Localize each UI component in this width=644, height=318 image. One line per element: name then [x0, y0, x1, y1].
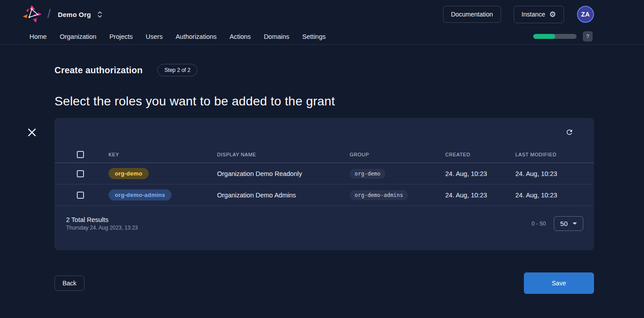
column-header-display-name: Display Name: [217, 152, 350, 157]
column-header-created: Created: [445, 152, 515, 157]
table-header-row: Key Display Name Group Created Last Modi…: [54, 146, 594, 163]
nav-item-actions[interactable]: Actions: [230, 33, 251, 40]
table-row[interactable]: org-demo-admins Organization Demo Admins…: [54, 184, 594, 206]
refresh-button[interactable]: [564, 126, 575, 138]
onboarding-progress-bar[interactable]: [533, 34, 577, 39]
documentation-button-label: Documentation: [451, 11, 493, 18]
save-button[interactable]: Save: [524, 272, 594, 294]
nav-right: ?: [533, 31, 593, 42]
step-badge: Step 2 of 2: [157, 64, 197, 76]
instance-button-label: Instance: [522, 11, 545, 18]
role-created: 24. Aug, 10:23: [445, 170, 515, 177]
help-button-label: ?: [586, 33, 590, 40]
page-range: 0 - 50: [531, 221, 546, 227]
close-button[interactable]: [26, 128, 37, 138]
avatar[interactable]: ZA: [577, 6, 594, 23]
form-actions: Back Save: [54, 272, 594, 294]
results-summary: 2 Total Results Thursday 24. Aug 2023, 1…: [66, 216, 138, 231]
chevron-down-icon: [573, 222, 577, 225]
main-nav: Home Organization Projects Users Authori…: [0, 29, 644, 44]
page-heading: Select the roles you want to be added to…: [54, 94, 594, 109]
role-display-name: Organization Demo Admins: [217, 192, 350, 199]
role-created: 24. Aug, 10:23: [445, 192, 515, 199]
role-key-chip: org-demo-admins: [109, 189, 171, 201]
role-group-chip: org-demo-admins: [350, 190, 408, 200]
gear-icon: ⚙: [549, 11, 556, 18]
nav-item-home[interactable]: Home: [29, 33, 47, 40]
select-all-checkbox[interactable]: [77, 151, 84, 158]
page-size-value: 50: [560, 220, 568, 227]
results-timestamp: Thursday 24. Aug 2023, 13:23: [66, 225, 138, 231]
role-last-modified: 24. Aug, 10:23: [515, 192, 594, 199]
nav-item-users[interactable]: Users: [146, 33, 163, 40]
save-button-label: Save: [552, 280, 566, 287]
back-button-label: Back: [63, 280, 76, 287]
documentation-button[interactable]: Documentation: [443, 6, 501, 23]
role-display-name: Organization Demo Readonly: [217, 170, 350, 177]
back-button[interactable]: Back: [54, 276, 84, 291]
pagination: 0 - 50 50: [531, 216, 583, 231]
onboarding-progress-fill: [533, 34, 555, 39]
role-last-modified: 24. Aug, 10:23: [515, 170, 594, 177]
page-head: Create authorization Step 2 of 2: [54, 64, 594, 76]
page-size-select[interactable]: 50: [554, 216, 583, 231]
avatar-initials: ZA: [581, 11, 590, 18]
zitadel-logo-icon[interactable]: [22, 5, 43, 24]
roles-table-card: Key Display Name Group Created Last Modi…: [54, 118, 594, 250]
page-title: Create authorization: [54, 65, 142, 75]
nav-item-organization[interactable]: Organization: [60, 33, 96, 40]
nav-item-settings[interactable]: Settings: [302, 33, 326, 40]
table-footer: 2 Total Results Thursday 24. Aug 2023, 1…: [54, 206, 594, 231]
column-header-group: Group: [350, 152, 445, 157]
nav-item-domains[interactable]: Domains: [264, 33, 289, 40]
column-header-last-modified: Last Modified: [515, 152, 594, 157]
help-button[interactable]: ?: [583, 31, 593, 42]
org-unfold-icon[interactable]: [96, 11, 103, 18]
table-row[interactable]: org-demo Organization Demo Readonly org-…: [54, 163, 594, 184]
org-selector-label[interactable]: Demo Org: [58, 11, 91, 18]
row-checkbox[interactable]: [77, 192, 84, 199]
row-checkbox[interactable]: [77, 170, 84, 177]
breadcrumb-slash: /: [47, 7, 51, 21]
instance-button[interactable]: Instance ⚙: [514, 6, 564, 23]
top-bar-row-1: / Demo Org Documentation Instance ⚙ ZA: [0, 0, 644, 29]
column-header-key: Key: [109, 152, 217, 157]
total-results: 2 Total Results: [66, 216, 138, 223]
nav-item-projects[interactable]: Projects: [109, 33, 133, 40]
create-authorization-page: Create authorization Step 2 of 2 Select …: [0, 64, 644, 294]
nav-item-authorizations[interactable]: Authorizations: [176, 33, 217, 40]
refresh-icon: [565, 128, 573, 136]
role-key-chip: org-demo: [109, 168, 149, 179]
role-group-chip: org-demo: [350, 169, 385, 179]
top-bar: / Demo Org Documentation Instance ⚙ ZA H…: [0, 0, 644, 45]
table-toolbar: [54, 118, 594, 146]
top-bar-right: Documentation Instance ⚙ ZA: [443, 6, 594, 23]
